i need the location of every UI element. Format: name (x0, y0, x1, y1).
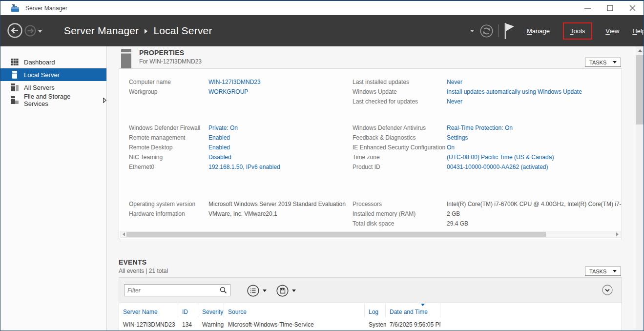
column-header-severity[interactable]: Severity (198, 303, 224, 317)
events-header-row: Server NameIDSeveritySourceLogDate and T… (119, 303, 622, 317)
property-label: Operating system version (129, 199, 208, 209)
titlebar: Server Manager (0, 0, 644, 15)
notifications-dropdown-icon[interactable] (470, 30, 474, 32)
query-list-button[interactable] (247, 285, 267, 297)
property-label: Windows Defender Antivirus (353, 123, 447, 133)
navbar-menus: ManageToolsViewHelp (527, 15, 644, 46)
menu-tools[interactable]: Tools (563, 22, 592, 40)
events-subtitle: All events | 21 total (119, 268, 168, 274)
notification-flag-icon[interactable] (503, 22, 515, 40)
property-label: Processors (353, 199, 447, 209)
close-icon[interactable] (621, 1, 644, 15)
breadcrumb-root[interactable]: Server Manager (64, 25, 139, 37)
property-value: Microsoft Windows Server 2019 Standard E… (208, 201, 346, 207)
expand-chevron-icon[interactable] (103, 98, 106, 103)
menu-manage[interactable]: Manage (527, 27, 550, 35)
forward-icon[interactable] (24, 25, 36, 39)
properties-panel: Computer nameWIN-127I3DMND23WorkgroupWOR… (119, 68, 622, 239)
back-icon[interactable] (7, 23, 22, 40)
dashboard-icon (11, 59, 19, 65)
list-icon (247, 285, 259, 297)
property-value: Intel(R) Core(TM) i7-6700K CPU @ 4.00GHz… (447, 201, 622, 207)
horizontal-scroll-thumb[interactable] (126, 232, 546, 237)
property-value-link[interactable]: Never (447, 98, 462, 105)
nav-tool-icons (470, 15, 515, 46)
scroll-right-icon[interactable] (616, 232, 619, 236)
breadcrumb: Server Manager Local Server (64, 15, 212, 46)
events-toolbar (119, 278, 622, 303)
property-value-link[interactable]: Install updates automatically using Wind… (447, 88, 582, 95)
property-label: Remote management (129, 133, 208, 143)
property-label: NIC Teaming (129, 152, 208, 162)
save-icon (276, 285, 289, 297)
servers-icon (11, 83, 19, 91)
sort-desc-icon (421, 304, 425, 306)
events-table: Server NameIDSeveritySourceLogDate and T… (119, 303, 622, 331)
sidebar-item-all-servers[interactable]: All Servers (0, 81, 106, 94)
nav-divider (498, 24, 499, 37)
menu-help[interactable]: Help (632, 27, 644, 35)
horizontal-scrollbar[interactable] (120, 231, 621, 238)
scroll-left-icon[interactable] (123, 232, 125, 236)
property-row: Ethernet0192.168.1.50, IPv6 enabled (129, 162, 280, 172)
sidebar-item-local-server[interactable]: Local Server (0, 68, 106, 81)
sidebar-item-file-and-storage-services[interactable]: File and Storage Services (0, 94, 106, 106)
property-value-link[interactable]: 00431-10000-00000-AA262 (activated) (447, 164, 548, 170)
events-tasks-button[interactable]: TASKS (585, 267, 621, 276)
property-value-link[interactable]: (UTC-08:00) Pacific Time (US & Canada) (447, 154, 554, 161)
event-cell: Warning (198, 321, 224, 328)
column-header-date-and-time[interactable]: Date and Time (386, 303, 440, 317)
property-value-link[interactable]: Enabled (208, 144, 230, 151)
event-cell: 7/6/2025 9:56:05 PM (386, 321, 440, 328)
column-header-server-name[interactable]: Server Name (119, 303, 178, 317)
property-value-link[interactable]: WORKGROUP (208, 88, 248, 95)
refresh-icon[interactable] (480, 24, 493, 38)
property-label: Installed memory (RAM) (353, 209, 447, 219)
menu-view[interactable]: View (605, 27, 619, 35)
property-label: Last checked for updates (353, 97, 447, 106)
property-value-link[interactable]: Real-Time Protection: On (447, 124, 513, 131)
properties-tasks-button[interactable]: TASKS (585, 58, 621, 67)
property-row: Total disk space29.4 GB (353, 219, 622, 228)
property-row: Windows Defender AntivirusReal-Time Prot… (353, 123, 554, 133)
properties-header: PROPERTIES For WIN-127I3DMND23 (121, 49, 202, 69)
filter-input[interactable] (125, 287, 220, 294)
property-label: Workgroup (129, 87, 208, 97)
storage-icon (11, 96, 19, 104)
property-row: Last installed updatesNever (353, 77, 582, 87)
property-row: Computer nameWIN-127I3DMND23 (129, 77, 261, 87)
maximize-icon[interactable] (599, 1, 621, 15)
sidebar: DashboardLocal ServerAll ServersFile and… (0, 46, 107, 331)
properties-subtitle: For WIN-127I3DMND23 (139, 58, 202, 65)
events-title: EVENTS (119, 258, 168, 266)
collapse-toolbar-button[interactable] (602, 285, 613, 295)
search-icon (220, 287, 227, 294)
save-query-button[interactable] (276, 285, 296, 297)
property-value-link[interactable]: Settings (447, 134, 468, 141)
column-header-source[interactable]: Source (224, 303, 365, 317)
events-header: EVENTS All events | 21 total (119, 258, 168, 274)
property-value-link[interactable]: Enabled (208, 134, 230, 141)
event-row[interactable]: WIN-127I3DMND23134WarningMicrosoft-Windo… (119, 317, 622, 331)
property-value-link[interactable]: On (447, 144, 455, 151)
vertical-scroll-thumb[interactable] (636, 55, 644, 124)
property-label: Product ID (353, 162, 447, 172)
vertical-scrollbar[interactable] (636, 46, 644, 331)
property-row: Remote managementEnabled (129, 133, 280, 143)
column-header-id[interactable]: ID (178, 303, 198, 317)
column-header-log[interactable]: Log (365, 303, 386, 317)
tasks-dropdown-icon (613, 270, 617, 272)
property-value-link[interactable]: Private: On (208, 124, 238, 131)
property-row: Product ID00431-10000-00000-AA262 (activ… (353, 162, 554, 172)
sidebar-item-dashboard[interactable]: Dashboard (0, 56, 106, 68)
scroll-up-icon[interactable] (638, 49, 642, 52)
sidebar-item-label: All Servers (24, 84, 55, 91)
property-value-link[interactable]: WIN-127I3DMND23 (208, 79, 261, 85)
sidebar-item-label: Dashboard (24, 59, 55, 66)
history-dropdown-icon[interactable] (38, 30, 42, 33)
property-row: ProcessorsIntel(R) Core(TM) i7-6700K CPU… (353, 199, 622, 209)
property-value-link[interactable]: 192.168.1.50, IPv6 enabled (208, 164, 280, 170)
property-value-link[interactable]: Never (447, 79, 462, 85)
property-value-link[interactable]: Disabled (208, 154, 231, 161)
minimize-icon[interactable] (576, 1, 599, 15)
